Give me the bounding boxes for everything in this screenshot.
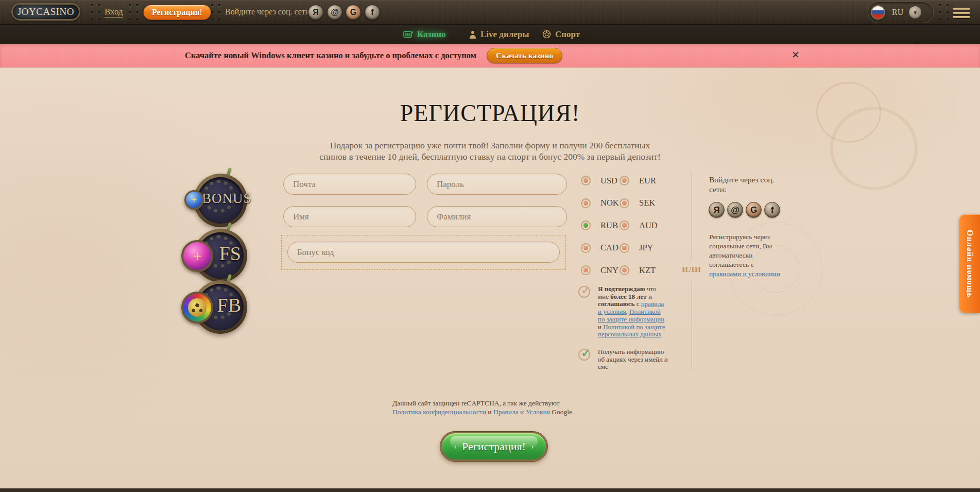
- language-code: RU: [892, 8, 903, 17]
- currency-radio-cny[interactable]: [581, 265, 591, 275]
- currency-label-cny[interactable]: CNY: [591, 265, 620, 276]
- panel-seam: [939, 4, 941, 21]
- bonus-medallion: BONUS +: [186, 174, 247, 227]
- free-spins-orb-icon: +: [181, 240, 213, 272]
- google-login-icon[interactable]: G: [346, 5, 361, 20]
- currency-label-kzt[interactable]: KZT: [629, 265, 660, 276]
- close-icon[interactable]: ✕: [792, 49, 800, 60]
- facebook-social-icon[interactable]: f: [764, 202, 780, 218]
- medallion-label: FB: [217, 294, 241, 316]
- free-bet-medallion: FB: [186, 280, 247, 334]
- panel-seam: [947, 4, 949, 21]
- panel-seam: [129, 4, 131, 21]
- currency-radio-usd[interactable]: [581, 176, 591, 185]
- topbar-social-label: Войдите через соц. сети:: [225, 7, 312, 16]
- yandex-login-icon[interactable]: Я: [308, 5, 323, 20]
- joycasino-logo[interactable]: JOYCASINO: [11, 3, 80, 21]
- bonus-code-input[interactable]: [287, 242, 560, 263]
- mailru-social-icon[interactable]: @: [727, 202, 743, 218]
- social-panel-icons: Я @ G f: [709, 202, 780, 218]
- password-input[interactable]: [427, 174, 567, 195]
- panel-seam: [136, 4, 138, 21]
- privacy-policy-link[interactable]: Политика конфиденциальности: [392, 408, 486, 416]
- personal-data-policy-link[interactable]: Политикой по защите персональных данных: [598, 323, 665, 338]
- page-title: РЕГИСТРАЦИЯ!: [0, 99, 980, 127]
- hamburger-menu-icon[interactable]: [953, 8, 970, 20]
- tab-label: Спорт: [555, 29, 580, 40]
- promo-optin-checkbox[interactable]: [578, 349, 590, 361]
- currency-label-eur[interactable]: EUR: [629, 176, 660, 186]
- panel-seam: [218, 4, 220, 21]
- email-input[interactable]: [283, 174, 416, 195]
- currency-radio-nok[interactable]: [581, 198, 591, 208]
- social-panel-note: Регистрируясь через социальные сети, Вы …: [709, 232, 783, 279]
- bonus-code-box: [281, 235, 566, 270]
- subtitle-line: спинов в течение 10 дней, бесплатную ста…: [0, 151, 980, 163]
- tab-casino[interactable]: $$$ Казино: [403, 25, 446, 44]
- currency-label-jpy[interactable]: JPY: [629, 243, 660, 253]
- submit-registration-button[interactable]: ‹ Регистрация! ›: [440, 432, 547, 461]
- language-selector[interactable]: RU ▼: [868, 2, 934, 23]
- currency-radio-rub[interactable]: [581, 220, 591, 230]
- tab-sport[interactable]: Спорт: [542, 25, 580, 44]
- currency-radio-kzt[interactable]: [620, 265, 629, 275]
- page-bottom-edge: [0, 488, 980, 492]
- register-button[interactable]: Регистрация!: [143, 5, 211, 20]
- soccer-ball-icon: [542, 30, 551, 39]
- currency-label-aud[interactable]: AUD: [629, 220, 660, 231]
- joycasino-registration-page: JOYCASINO Вход Регистрация! Войдите чере…: [0, 0, 980, 492]
- svg-text:$$$: $$$: [405, 32, 411, 37]
- page-subtitle: Подарок за регистрацию уже почти твой! З…: [0, 140, 980, 162]
- agree-bold: соглашаюсь: [598, 300, 634, 308]
- online-help-tab[interactable]: Онлайн помощь: [959, 214, 980, 313]
- slots-icon: $$$: [403, 30, 413, 38]
- yandex-social-icon[interactable]: Я: [709, 202, 725, 218]
- agree-bold: более 18 лет: [610, 293, 646, 300]
- login-link[interactable]: Вход: [105, 7, 123, 18]
- first-name-input[interactable]: [283, 206, 416, 227]
- medallion-label: FS: [219, 242, 241, 265]
- tab-live-dealers[interactable]: Live дилеры: [469, 25, 529, 44]
- google-social-icon[interactable]: G: [746, 202, 762, 218]
- vertical-divider: [692, 172, 692, 261]
- panel-seam: [91, 4, 93, 21]
- currency-label-usd[interactable]: USD: [591, 176, 620, 186]
- currency-radio-aud[interactable]: [620, 220, 629, 230]
- banner-text: Скачайте новый Windows клиент казино и з…: [185, 50, 476, 61]
- currency-label-nok[interactable]: NOK: [591, 198, 620, 208]
- medallion-label: BONUS: [202, 191, 252, 207]
- currency-radio-sek[interactable]: [620, 198, 629, 208]
- currency-grid: USD EUR NOK SEK RUB AUD CAD JPY CNY KZT: [581, 169, 660, 282]
- currency-label-rub[interactable]: RUB: [591, 220, 620, 231]
- or-label: ИЛИ: [680, 265, 703, 274]
- currency-label-sek[interactable]: SEK: [629, 198, 660, 208]
- free-spins-medallion: FS +: [186, 229, 247, 282]
- main-nav: $$$ Казино Live дилеры Спорт: [0, 25, 980, 44]
- arrow-right-icon: ›: [531, 442, 534, 452]
- dealer-person-icon: [469, 30, 476, 39]
- soccer-ball-orb-icon: [181, 292, 213, 324]
- tab-label: Live дилеры: [480, 29, 529, 40]
- currency-radio-cad[interactable]: [581, 243, 591, 253]
- panel-seam: [98, 4, 100, 21]
- google-terms-link[interactable]: Правила и Условия: [493, 408, 550, 416]
- russian-flag-icon: [871, 5, 885, 20]
- facebook-login-icon[interactable]: f: [365, 5, 380, 20]
- currency-label-cad[interactable]: CAD: [591, 243, 620, 253]
- arrow-left-icon: ‹: [454, 442, 457, 452]
- mailru-login-icon[interactable]: @: [327, 5, 342, 20]
- vertical-divider: [692, 281, 692, 370]
- chevron-down-icon[interactable]: ▼: [909, 6, 921, 19]
- social-terms-link[interactable]: правилами и условиями: [709, 270, 780, 278]
- download-casino-button[interactable]: Скачать казино: [487, 48, 562, 63]
- social-panel-label: Войдите через соц. сети:: [709, 175, 777, 194]
- currency-radio-jpy[interactable]: [620, 243, 629, 253]
- logo-text: JOYCASINO: [18, 6, 74, 18]
- age-agree-checkbox[interactable]: [578, 286, 590, 298]
- currency-radio-eur[interactable]: [620, 176, 629, 185]
- tab-label: Казино: [417, 29, 446, 40]
- online-help-label: Онлайн помощь: [965, 230, 974, 298]
- agree-bold: Я подтверждаю: [598, 285, 645, 293]
- last-name-input[interactable]: [427, 206, 567, 227]
- panel-seam: [211, 4, 213, 21]
